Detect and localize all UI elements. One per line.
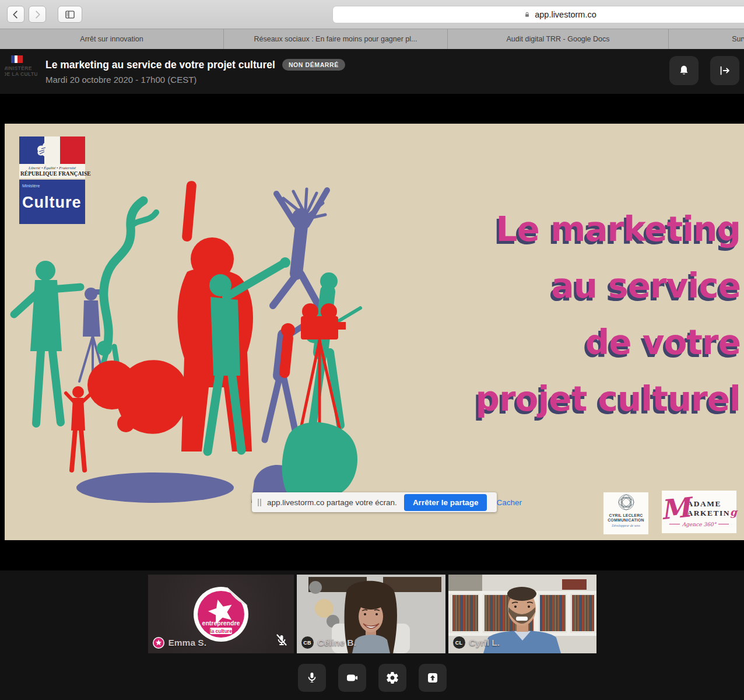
madame-word2: ARKETIN <box>687 509 731 517</box>
microphone-button[interactable] <box>298 664 326 692</box>
lock-icon <box>523 10 531 19</box>
url-text: app.livestorm.co <box>535 10 596 19</box>
browser-window: app.livestorm.co Arrêt sur innovation Ré… <box>0 0 744 700</box>
hide-toast-button[interactable]: Cacher <box>493 496 525 509</box>
french-flag-icon <box>11 55 23 63</box>
performers-silhouettes-illustration <box>9 177 385 510</box>
madame-marketing-logo: M ADAME ARKETINg Agence 360° <box>662 491 736 533</box>
share-screen-icon <box>426 671 440 685</box>
chevron-left-icon <box>10 9 21 20</box>
ministry-logo-line2: DE LA CULTURE <box>5 71 37 77</box>
participant-tile-cyril[interactable]: CL Cyril L. <box>448 575 596 653</box>
sidebar-icon <box>64 9 76 20</box>
sticker-line2: la culture <box>210 628 232 634</box>
drag-handle-icon[interactable] <box>258 499 261 506</box>
motto-text: Liberté • Égalité • Fraternité <box>20 166 84 170</box>
share-toast-message: app.livestorm.co partage votre écran. <box>267 498 397 507</box>
call-controls <box>0 664 744 692</box>
tab-label: Arrêt sur innovation <box>80 35 143 43</box>
stage: Liberté • Égalité • Fraternité RÉPUBLIQU… <box>0 94 744 570</box>
entreprendre-culture-sticker: entreprendre la culture <box>193 586 249 642</box>
camera-icon <box>345 671 359 685</box>
gear-icon <box>385 671 399 685</box>
status-badge: NON DÉMARRÉ <box>282 59 345 71</box>
tab-reseaux-sociaux[interactable]: Réseaux sociaux : En faire moins pour ga… <box>224 29 448 49</box>
slide-title-line: Le marketing <box>476 201 741 258</box>
microphone-icon <box>305 671 319 685</box>
webinar-header: MINISTÈRE DE LA CULTURE Le marketing au … <box>0 49 744 94</box>
cyril-logo-line2: COMMUNICATION <box>603 518 648 523</box>
webinar-datetime: Mardi 20 octobre 2020 - 17h00 (CEST) <box>45 75 345 85</box>
webinar-title: Le marketing au service de votre projet … <box>45 59 275 71</box>
shared-screen-slide: Liberté • Égalité • Fraternité RÉPUBLIQU… <box>5 124 744 540</box>
participant-name: Céline B. <box>318 638 356 648</box>
tab-audit-digital[interactable]: Audit digital TRR - Google Docs <box>448 29 669 49</box>
avatar: CL <box>453 636 465 649</box>
republique-francaise-culture-logo: Liberté • Égalité • Fraternité RÉPUBLIQU… <box>19 136 85 224</box>
cyril-logo-tagline: Développeur de sens <box>603 524 648 527</box>
mic-muted-icon <box>275 633 289 649</box>
slide-title: Le marketing au service de votre projet … <box>476 201 741 428</box>
republic-text: RÉPUBLIQUE FRANÇAISE <box>20 171 84 177</box>
slide-title-line: au service <box>476 258 741 314</box>
forward-button[interactable] <box>29 6 46 23</box>
share-screen-button[interactable] <box>419 664 447 692</box>
avatar <box>153 637 164 649</box>
participant-name: Cyril L. <box>469 638 500 648</box>
settings-button[interactable] <box>378 664 406 692</box>
cyril-logo-line1: CYRIL LECLERC <box>603 513 648 518</box>
tab-label: Audit digital TRR - Google Docs <box>507 35 610 43</box>
back-button[interactable] <box>7 6 24 23</box>
bell-icon <box>678 64 690 77</box>
sidebar-toggle-button[interactable] <box>58 6 82 23</box>
participant-name: Emma S. <box>169 638 206 648</box>
tab-surveymonkey[interactable]: SurveyMonkey <box>669 29 744 49</box>
slide-title-line: de votre <box>476 314 741 371</box>
cyril-leclerc-logo: CYRIL LECLERC COMMUNICATION Développeur … <box>603 492 648 534</box>
camera-button[interactable] <box>338 664 366 692</box>
tab-label: SurveyMonkey <box>732 35 744 43</box>
culture-text: Culture <box>22 194 82 212</box>
chevron-right-icon <box>32 9 43 20</box>
stop-sharing-button[interactable]: Arrêter le partage <box>404 494 487 511</box>
tab-arret-sur-innovation[interactable]: Arrêt sur innovation <box>0 29 224 49</box>
leave-button[interactable] <box>710 56 739 85</box>
screen-share-toast: app.livestorm.co partage votre écran. Ar… <box>252 492 497 512</box>
browser-toolbar: app.livestorm.co <box>0 0 744 29</box>
ministere-text: Ministère <box>22 183 82 188</box>
madame-g: g <box>730 506 738 518</box>
avatar: CB <box>301 636 314 649</box>
participant-tile-emma[interactable]: entreprendre la culture Emma S. <box>148 575 294 653</box>
participant-tile-celine[interactable]: CB Céline B. <box>297 575 445 653</box>
tab-bar: Arrêt sur innovation Réseaux sociaux : E… <box>0 29 744 49</box>
tab-label: Réseaux sociaux : En faire moins pour ga… <box>254 35 417 43</box>
address-bar[interactable]: app.livestorm.co <box>332 6 744 23</box>
leave-icon <box>718 64 731 77</box>
meeting-footer: entreprendre la culture Emma S. <box>0 570 744 700</box>
slide-title-line: projet culturel <box>476 371 741 428</box>
marianne-flag-icon <box>19 136 85 164</box>
notifications-button[interactable] <box>669 56 699 85</box>
rosette-icon <box>617 494 635 511</box>
madame-initial: M <box>659 495 692 522</box>
ministere-culture-logo: MINISTÈRE DE LA CULTURE <box>5 54 37 90</box>
participant-tiles: entreprendre la culture Emma S. <box>0 570 744 653</box>
sticker-line1: entreprendre <box>202 620 240 626</box>
ministry-logo-line1: MINISTÈRE <box>5 65 37 71</box>
